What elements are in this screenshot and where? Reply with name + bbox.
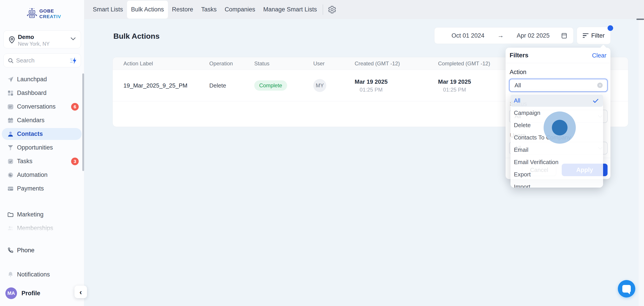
- logo-line1: GOBE: [39, 8, 61, 14]
- dropdown-option-export[interactable]: Export: [510, 168, 603, 181]
- location-name: Demo: [18, 34, 34, 41]
- calendar-icon: [561, 32, 568, 39]
- tasks-badge: 3: [71, 158, 79, 165]
- sidebar-item-dashboard[interactable]: Dashboard: [0, 86, 84, 100]
- chat-bubble-icon: [622, 285, 631, 292]
- tab-bulk-actions[interactable]: Bulk Actions: [127, 1, 168, 19]
- horizontal-scrollbar-thumb[interactable]: [636, 19, 644, 20]
- col-status: Status: [254, 57, 270, 70]
- tab-restore[interactable]: Restore: [168, 1, 197, 19]
- tab-manage-smart-lists[interactable]: Manage Smart Lists: [259, 1, 321, 19]
- loading-spinner: [544, 112, 576, 144]
- date-arrow-icon: →: [496, 32, 506, 39]
- created-date: Mar 19 2025: [355, 78, 388, 85]
- col-operation: Operation: [209, 57, 233, 70]
- status-badge: Complete: [254, 80, 287, 91]
- tasks-icon: [7, 158, 14, 165]
- opportunities-icon: [7, 144, 14, 152]
- chevron-down-icon: [70, 37, 76, 42]
- sidebar-item-marketing[interactable]: Marketing: [0, 208, 84, 221]
- filter-button[interactable]: Filter: [577, 27, 611, 44]
- sidebar-nav: Launchpad Dashboard Conversations 6 Cale…: [0, 73, 84, 195]
- conversations-icon: [7, 103, 14, 111]
- filter-active-dot: [608, 25, 613, 31]
- loading-spinner-inner: [552, 120, 568, 135]
- col-completed: Completed (GMT -12): [438, 57, 490, 70]
- profile-avatar[interactable]: MA: [5, 287, 17, 299]
- col-user: User: [313, 57, 325, 70]
- user-avatar: MY: [313, 79, 326, 92]
- col-action-label: Action Label: [124, 57, 153, 70]
- check-icon: [593, 99, 598, 103]
- location-switcher[interactable]: Demo New York, NY: [3, 31, 81, 48]
- quick-actions-bolt-icon[interactable]: [70, 57, 77, 65]
- completed-time: 01:25 PM: [443, 87, 466, 93]
- sidebar-item-launchpad[interactable]: Launchpad: [0, 73, 84, 86]
- action-select-value: All: [514, 82, 521, 89]
- sidebar-item-tasks[interactable]: Tasks 3: [0, 154, 84, 168]
- date-range-picker[interactable]: Oct 01 2024 → Apr 02 2025: [434, 27, 574, 44]
- tab-smart-lists[interactable]: Smart Lists: [89, 1, 127, 19]
- conversations-badge: 6: [71, 103, 79, 111]
- phone-icon: [7, 246, 14, 254]
- bell-icon: [7, 271, 14, 278]
- gear-icon[interactable]: [328, 5, 336, 14]
- dropdown-option-all[interactable]: All: [510, 95, 603, 107]
- panel-divider: [506, 63, 610, 63]
- sidebar-item-contacts[interactable]: Contacts: [0, 127, 84, 141]
- logo-line2: CREATIV: [39, 14, 61, 19]
- automation-icon: [7, 171, 14, 179]
- filters-title: Filters: [510, 52, 528, 59]
- marketing-folder-icon: [7, 211, 14, 218]
- date-start[interactable]: Oct 01 2024: [440, 32, 496, 39]
- sidebar-collapse-button[interactable]: ‹: [74, 286, 87, 298]
- sidebar: GOBE CREATIV Demo New York, NY Search: [0, 0, 84, 306]
- filters-clear-link[interactable]: Clear: [592, 52, 606, 59]
- sidebar-nav-group2: Marketing Memberships: [0, 208, 84, 235]
- clear-selection-icon[interactable]: ✕: [597, 83, 603, 88]
- search-placeholder: Search: [16, 57, 34, 64]
- sidebar-item-profile[interactable]: MA Profile: [0, 286, 84, 300]
- tab-companies[interactable]: Companies: [221, 1, 260, 19]
- dashboard-icon: [7, 89, 14, 97]
- app-logo: GOBE CREATIV: [27, 8, 61, 20]
- action-select[interactable]: All ✕: [509, 79, 608, 92]
- nav-divider: [323, 5, 323, 15]
- date-end[interactable]: Apr 02 2025: [506, 32, 561, 39]
- vertical-scrollbar-track: [639, 19, 644, 306]
- row-operation: Delete: [209, 82, 226, 89]
- sidebar-item-conversations[interactable]: Conversations 6: [0, 100, 84, 114]
- sidebar-item-payments[interactable]: Payments: [0, 182, 84, 195]
- location-pin-icon: [8, 35, 16, 46]
- calendars-icon: [7, 117, 14, 124]
- contacts-icon: [7, 130, 14, 138]
- sidebar-item-automation[interactable]: Automation: [0, 168, 84, 182]
- filter-lines-icon: [583, 33, 588, 38]
- search-icon: [8, 58, 14, 65]
- row-action-label: 19_Mar_2025_9_25_PM: [124, 82, 188, 89]
- action-filter-label: Action: [510, 69, 526, 76]
- chat-widget-button[interactable]: [618, 280, 635, 297]
- tab-tasks[interactable]: Tasks: [197, 1, 221, 19]
- location-sub: New York, NY: [18, 41, 50, 47]
- logo-text: GOBE CREATIV: [39, 8, 61, 19]
- col-created: Created (GMT -12): [355, 57, 400, 70]
- sidebar-item-opportunities[interactable]: Opportunities: [0, 141, 84, 154]
- sidebar-item-memberships[interactable]: Memberships: [0, 221, 84, 235]
- dropdown-option-email-verification[interactable]: Email Verification: [510, 156, 603, 168]
- created-time: 01:25 PM: [360, 87, 382, 93]
- dropdown-option-email[interactable]: Email: [510, 144, 603, 156]
- dropdown-option-import[interactable]: Import: [510, 181, 603, 188]
- launchpad-icon: [7, 76, 14, 83]
- page-title: Bulk Actions: [113, 32, 160, 41]
- sidebar-scrollbar[interactable]: [82, 73, 84, 171]
- contacts-top-nav: Smart Lists Bulk Actions Restore Tasks C…: [84, 0, 644, 19]
- memberships-icon: [7, 224, 14, 232]
- payments-icon: [7, 185, 14, 192]
- search-input[interactable]: Search: [3, 54, 81, 67]
- completed-date: Mar 19 2025: [438, 78, 471, 85]
- sidebar-item-calendars[interactable]: Calendars: [0, 114, 84, 127]
- robot-logo-icon: [27, 8, 37, 20]
- sidebar-item-phone[interactable]: Phone: [0, 243, 84, 257]
- sidebar-item-notifications[interactable]: Notifications: [0, 268, 84, 281]
